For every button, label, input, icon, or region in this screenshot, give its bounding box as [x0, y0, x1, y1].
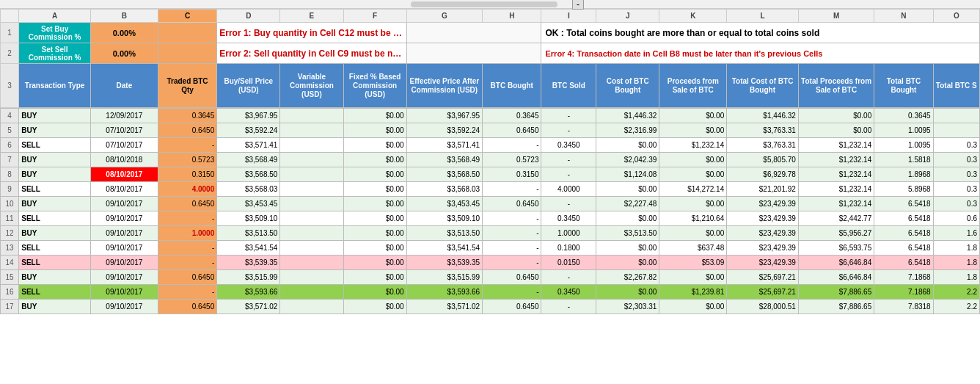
cell-qty[interactable]: - — [158, 211, 216, 226]
sell-commission-value[interactable]: 0.00% — [90, 43, 158, 64]
cell-var-comm[interactable] — [280, 270, 343, 285]
cell-eff-price[interactable]: $3,571.41 — [406, 138, 482, 153]
cell-type[interactable]: SELL — [19, 285, 91, 300]
cell-total-btc-bought[interactable]: 1.5818 — [874, 153, 933, 167]
cell-btc-sold[interactable]: - — [541, 123, 596, 138]
cell-price[interactable]: $3,513.50 — [217, 226, 280, 241]
cell-cost-bought[interactable]: $2,316.99 — [596, 123, 659, 138]
cell-total-cost[interactable]: $23,429.39 — [727, 226, 799, 241]
cell-qty[interactable]: 1.0000 — [158, 226, 216, 241]
cell-qty[interactable]: 0.6450 — [158, 123, 216, 138]
cell-total-btc-bought[interactable]: 1.8968 — [874, 167, 933, 182]
cell-btc-bought[interactable]: 0.5723 — [483, 153, 541, 167]
cell-price[interactable]: $3,571.41 — [217, 138, 280, 153]
cell-proc-sale[interactable]: $1,239.81 — [659, 285, 727, 300]
cell-cost-bought[interactable]: $2,303.31 — [596, 300, 659, 314]
cell-total-proc[interactable]: $1,232.14 — [798, 138, 874, 153]
cell-total-proc[interactable]: $6,646.84 — [798, 270, 874, 285]
cell-total-btc-bought[interactable]: 6.5418 — [874, 211, 933, 226]
cell-price[interactable]: $3,509.10 — [217, 211, 280, 226]
cell-qty[interactable]: - — [158, 241, 216, 256]
cell-price[interactable]: $3,515.99 — [217, 270, 280, 285]
cell-date[interactable]: 09/10/2017 — [90, 211, 158, 226]
cell-total-proc[interactable]: $1,232.14 — [798, 167, 874, 182]
cell-qty[interactable]: 0.5723 — [158, 153, 216, 167]
cell-total-btc-s[interactable]: 0.6 — [933, 211, 979, 226]
cell-date[interactable]: 09/10/2017 — [90, 270, 158, 285]
cell-type[interactable]: SELL — [19, 256, 91, 270]
cell-var-comm[interactable] — [280, 182, 343, 197]
cell-price[interactable]: $3,453.45 — [217, 197, 280, 211]
cell-fixed-comm[interactable]: $0.00 — [343, 123, 406, 138]
cell-var-comm[interactable] — [280, 197, 343, 211]
cell-var-comm[interactable] — [280, 123, 343, 138]
cell-btc-bought[interactable]: - — [483, 211, 541, 226]
cell-price[interactable]: $3,541.54 — [217, 241, 280, 256]
cell-total-proc[interactable]: $6,593.75 — [798, 241, 874, 256]
cell-total-cost[interactable]: $23,429.39 — [727, 211, 799, 226]
cell-cost-bought[interactable]: $1,446.32 — [596, 109, 659, 123]
cell-proc-sale[interactable]: $0.00 — [659, 123, 727, 138]
cell-total-proc[interactable]: $1,232.14 — [798, 153, 874, 167]
cell-eff-price[interactable]: $3,568.50 — [406, 167, 482, 182]
cell-cost-bought[interactable]: $0.00 — [596, 285, 659, 300]
cell-total-btc-s[interactable]: 0.3 — [933, 153, 979, 167]
cell-total-btc-s[interactable]: 2.2 — [933, 285, 979, 300]
cell-total-btc-s[interactable]: 0.3 — [933, 138, 979, 153]
cell-date[interactable]: 09/10/2017 — [90, 197, 158, 211]
cell-fixed-comm[interactable]: $0.00 — [343, 256, 406, 270]
cell-qty[interactable]: 0.3150 — [158, 167, 216, 182]
cell-btc-sold[interactable]: 0.3450 — [541, 211, 596, 226]
cell-date[interactable]: 09/10/2017 — [90, 285, 158, 300]
cell-btc-bought[interactable]: 0.6450 — [483, 197, 541, 211]
cell-eff-price[interactable]: $3,515.99 — [406, 270, 482, 285]
cell-qty[interactable]: 0.6450 — [158, 300, 216, 314]
cell-proc-sale[interactable]: $14,272.14 — [659, 182, 727, 197]
cell-var-comm[interactable] — [280, 285, 343, 300]
cell-btc-sold[interactable]: - — [541, 167, 596, 182]
cell-total-btc-bought[interactable]: 1.0095 — [874, 123, 933, 138]
cell-total-cost[interactable]: $21,201.92 — [727, 182, 799, 197]
cell-btc-bought[interactable]: - — [483, 182, 541, 197]
cell-total-btc-s[interactable]: 0.3 — [933, 167, 979, 182]
cell-total-btc-bought[interactable]: 6.5418 — [874, 256, 933, 270]
cell-btc-bought[interactable]: - — [483, 285, 541, 300]
cell-date[interactable]: 12/09/2017 — [90, 109, 158, 123]
cell-cost-bought[interactable]: $2,042.39 — [596, 153, 659, 167]
cell-date[interactable]: 08/10/2018 — [90, 153, 158, 167]
cell-price[interactable]: $3,592.24 — [217, 123, 280, 138]
cell-var-comm[interactable] — [280, 226, 343, 241]
cell-btc-sold[interactable]: - — [541, 197, 596, 211]
cell-eff-price[interactable]: $3,593.66 — [406, 285, 482, 300]
cell-total-btc-s[interactable]: 0.3 — [933, 197, 979, 211]
cell-total-proc[interactable]: $7,886.65 — [798, 300, 874, 314]
cell-date[interactable]: 09/10/2017 — [90, 300, 158, 314]
cell-date[interactable]: 07/10/2017 — [90, 123, 158, 138]
cell-total-btc-bought[interactable]: 5.8968 — [874, 182, 933, 197]
cell-total-btc-s[interactable]: 1.6 — [933, 226, 979, 241]
cell-btc-sold[interactable]: - — [541, 109, 596, 123]
cell-eff-price[interactable]: $3,509.10 — [406, 211, 482, 226]
cell-btc-bought[interactable]: 0.6450 — [483, 123, 541, 138]
cell-total-btc-s[interactable] — [933, 109, 979, 123]
cell-total-proc[interactable]: $6,646.84 — [798, 256, 874, 270]
cell-btc-bought[interactable]: 0.6450 — [483, 300, 541, 314]
cell-total-btc-s[interactable]: 1.8 — [933, 256, 979, 270]
cell-proc-sale[interactable]: $0.00 — [659, 153, 727, 167]
cell-var-comm[interactable] — [280, 241, 343, 256]
cell-price[interactable]: $3,593.66 — [217, 285, 280, 300]
cell-eff-price[interactable]: $3,539.35 — [406, 256, 482, 270]
cell-total-cost[interactable]: $3,763.31 — [727, 123, 799, 138]
cell-total-cost[interactable]: $28,000.51 — [727, 300, 799, 314]
cell-cost-bought[interactable]: $3,513.50 — [596, 226, 659, 241]
cell-fixed-comm[interactable]: $0.00 — [343, 197, 406, 211]
cell-total-btc-bought[interactable]: 7.1868 — [874, 270, 933, 285]
cell-fixed-comm[interactable]: $0.00 — [343, 211, 406, 226]
cell-eff-price[interactable]: $3,541.54 — [406, 241, 482, 256]
cell-type[interactable]: SELL — [19, 138, 91, 153]
minus-button[interactable]: - — [572, 0, 584, 10]
cell-price[interactable]: $3,967.95 — [217, 109, 280, 123]
cell-price[interactable]: $3,568.50 — [217, 167, 280, 182]
cell-total-btc-bought[interactable]: 0.3645 — [874, 109, 933, 123]
cell-fixed-comm[interactable]: $0.00 — [343, 300, 406, 314]
